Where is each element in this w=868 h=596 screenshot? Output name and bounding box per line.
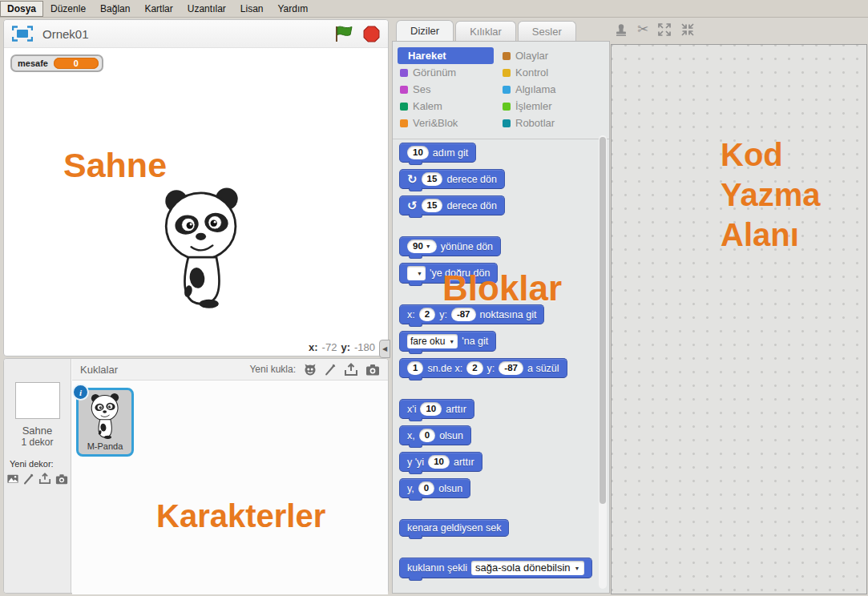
dropdown-select[interactable]: ▼ <box>407 266 426 280</box>
sprite-list-body: i M-Panda Karakterler <box>72 381 388 594</box>
turn-ccw-icon: ↺ <box>407 199 418 211</box>
palette-scrollbar[interactable] <box>599 135 607 589</box>
block-glide-xy[interactable]: 1sn.de x:2y:-87a süzül <box>399 358 567 378</box>
category-robotlar[interactable]: Robotlar <box>500 115 606 131</box>
block-rotation-style[interactable]: kuklanın şeklisağa-sola dönebilsin▼ <box>399 558 592 578</box>
sprite-list-header: Kuklalar Yeni kukla: <box>72 359 388 381</box>
tab-sesler[interactable]: Sesler <box>518 21 576 41</box>
category-label: Ses <box>413 83 430 95</box>
upload-icon[interactable] <box>344 363 358 377</box>
block-goto-mouse[interactable]: fare oku▼'na git <box>399 331 496 352</box>
menu-item-dosya[interactable]: Dosya <box>0 1 43 17</box>
block-bounce-edge[interactable]: kenara geldiysen sek <box>399 519 509 537</box>
paintbrush-icon[interactable] <box>23 473 34 485</box>
block-turn-left[interactable]: ↺15derece dön <box>399 195 505 215</box>
block-set-y[interactable]: y,0olsun <box>399 478 470 498</box>
block-label: olsun <box>438 483 462 494</box>
value-input[interactable]: 10 <box>420 402 442 416</box>
value-dropdown[interactable]: 90▼ <box>407 240 437 253</box>
menu-item-uzantılar[interactable]: Uzantılar <box>180 1 233 17</box>
block-move-steps[interactable]: 10adım git <box>399 143 476 163</box>
menu-item-kartlar[interactable]: Kartlar <box>137 1 180 17</box>
category-label: Kalem <box>413 100 442 112</box>
paintbrush-icon[interactable] <box>325 363 337 376</box>
new-sprite-label: Yeni kukla: <box>249 364 296 375</box>
dropdown-select[interactable]: fare oku▼ <box>407 334 458 348</box>
blocks-palette: DizilerKılıklarSesler HareketGörünümSesK… <box>392 19 610 594</box>
block-turn-right[interactable]: ↻15derece dön <box>399 169 505 189</box>
category-color-swatch <box>503 103 511 111</box>
block-point-direction[interactable]: 90▼yönüne dön <box>399 236 501 256</box>
value-input[interactable]: 15 <box>422 172 443 186</box>
annotation-line: Kod <box>721 135 821 175</box>
category-kalem[interactable]: Kalem <box>398 98 500 115</box>
block-change-y[interactable]: y 'yi10arttır <box>399 452 482 472</box>
value-input[interactable]: 15 <box>422 199 443 212</box>
camera-icon[interactable] <box>365 364 380 376</box>
stage-selector-column: Sahne 1 dekor Yeni dekor: <box>4 359 71 593</box>
new-backdrop-label: Yeni dekor: <box>4 459 54 469</box>
mouse-coordinates: x: -72 y: -180 <box>309 341 375 353</box>
collapse-arrow-icon[interactable]: ◀ <box>379 340 390 358</box>
camera-icon[interactable] <box>55 473 68 485</box>
category-veri&blok[interactable]: Veri&Blok <box>398 115 500 131</box>
value-input[interactable]: 10 <box>407 146 429 159</box>
scrollbar-thumb[interactable] <box>600 137 606 504</box>
new-backdrop-toolbar <box>6 473 68 485</box>
block-set-x[interactable]: x,0olsun <box>399 425 471 445</box>
sprite-thumbnail-m-panda[interactable]: i M-Panda <box>76 388 134 457</box>
category-color-swatch <box>400 103 408 111</box>
category-list: HareketGörünümSesKalemVeri&BlokOlaylarKo… <box>393 42 609 139</box>
variable-watcher[interactable]: mesafe 0 <box>10 54 103 72</box>
value-input[interactable]: 0 <box>418 481 434 495</box>
script-area[interactable]: KodYazmaAlanı <box>611 44 867 594</box>
menu-item-lisan[interactable]: Lisan <box>233 1 271 17</box>
panda-thumbnail-art <box>88 393 122 440</box>
category-label: Olaylar <box>515 50 548 62</box>
info-icon[interactable]: i <box>72 384 89 401</box>
menu-item-bağlan[interactable]: Bağlan <box>93 1 137 17</box>
value-input[interactable]: -87 <box>499 361 523 375</box>
value-input[interactable]: 0 <box>419 429 435 442</box>
category-ses[interactable]: Ses <box>398 81 500 98</box>
category-olaylar[interactable]: Olaylar <box>500 47 606 64</box>
value-input[interactable]: 10 <box>428 455 450 469</box>
sprite-library-icon[interactable] <box>303 363 317 377</box>
dropdown-value: fare oku <box>410 334 445 348</box>
annotation-line: Yazma <box>721 175 821 215</box>
tab-kılıklar[interactable]: Kılıklar <box>455 21 516 41</box>
block-label: y, <box>407 483 414 494</box>
dropdown-select[interactable]: sağa-sola dönebilsin▼ <box>471 561 583 575</box>
shrink-icon[interactable] <box>680 22 695 37</box>
value-input[interactable]: 2 <box>419 308 435 321</box>
block-label: olsun <box>439 430 463 441</box>
panda-sprite[interactable] <box>159 186 244 312</box>
menu-item-düzenle[interactable]: Düzenle <box>43 1 93 17</box>
menu-item-yardım[interactable]: Yardım <box>271 1 316 17</box>
tab-diziler[interactable]: Diziler <box>396 20 454 41</box>
stage-thumbnail[interactable] <box>15 382 60 419</box>
category-kontrol[interactable]: Kontrol <box>500 64 606 81</box>
value-input[interactable]: -87 <box>451 308 476 321</box>
value-input[interactable]: 2 <box>466 361 482 375</box>
block-list: 10adım git↻15derece dön↺15derece dön90▼y… <box>393 132 609 593</box>
stop-icon[interactable] <box>363 26 380 42</box>
annotation-line: Alanı <box>721 215 821 255</box>
stage-view[interactable]: mesafe 0 Sahne <box>4 48 388 356</box>
stamp-icon[interactable] <box>614 22 628 37</box>
category-i̇şlemler[interactable]: İşlemler <box>500 98 606 115</box>
grow-icon[interactable] <box>657 22 672 37</box>
value-input[interactable]: 1 <box>407 361 423 375</box>
category-görünüm[interactable]: Görünüm <box>398 64 500 81</box>
category-algılama[interactable]: Algılama <box>500 81 606 98</box>
turn-cw-icon: ↻ <box>407 173 418 185</box>
category-hareket[interactable]: Hareket <box>398 47 494 64</box>
block-change-x[interactable]: x'i10arttır <box>399 399 474 419</box>
block-label: yönüne dön <box>441 241 493 252</box>
fullscreen-icon[interactable] <box>12 26 33 42</box>
block-label: adım git <box>433 147 468 159</box>
green-flag-icon[interactable] <box>333 25 353 42</box>
scissors-icon[interactable]: ✂ <box>637 21 648 38</box>
image-icon[interactable] <box>6 473 19 485</box>
upload-icon[interactable] <box>38 473 51 485</box>
